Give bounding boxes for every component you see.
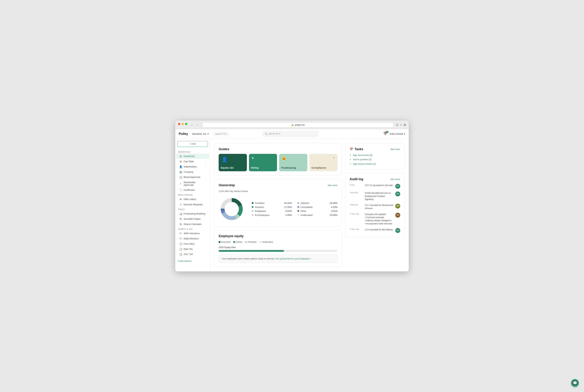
grid-icon[interactable]: ⊞ [404, 123, 406, 126]
sidebar-item-exercise-requests[interactable]: ↗ Exercise Requests [176, 202, 209, 207]
user-menu[interactable]: Eden Everett ▾ [390, 132, 405, 135]
guides-title: Guides [219, 148, 229, 151]
sidebar-item-dashboard[interactable]: ⊞ Dashboard [176, 154, 209, 159]
sidebar-item-stockholder-approvals[interactable]: ✓ Stockholder Approvals [176, 180, 209, 188]
invite-admins-link[interactable]: Invite Admins [175, 257, 210, 265]
board-approvals-icon: 📋 [179, 176, 182, 178]
add-button[interactable]: + Add [177, 141, 208, 147]
opt-32-link[interactable]: OPT-32 [365, 184, 372, 186]
equity-avatar-icon: 👤 [222, 157, 228, 162]
sidebar-item-cap-table[interactable]: ⊟ Cap Table › [176, 159, 209, 164]
task-add-portfolio[interactable]: Add to portfolio (3) [350, 158, 400, 161]
legend-other: Other 3.61% [298, 210, 338, 212]
sidebar-label-dashboard: Dashboard [184, 155, 195, 158]
address-bar[interactable]: 🔒 pulley.com [202, 122, 394, 128]
back-button[interactable]: ‹ [190, 122, 194, 127]
employee-equity-card: Employee equity Exercised Vested [214, 230, 342, 268]
notifications-button[interactable]: 📅 10 [383, 132, 387, 136]
compliance-expand-icon: ⤢ [333, 156, 335, 159]
task-add-portfolio-label: Add to portfolio (3) [353, 158, 372, 161]
task-sign-board-consent[interactable]: Sign board consent (3) [350, 162, 400, 165]
shares-calc-icon: % [179, 223, 182, 226]
guides-card: Guides 👤 Equity 101 ✦ Hiring [214, 143, 342, 176]
guide-hiring[interactable]: ✦ Hiring [249, 154, 277, 171]
maximize-dot[interactable] [185, 123, 187, 125]
legend-vested: Vested [233, 241, 242, 243]
page-content: Guides 👤 Equity 101 ✦ Hiring [210, 139, 409, 272]
sidebar-item-409a[interactable]: 🛡 409A Valuations [176, 231, 209, 236]
chat-button[interactable]: 💬 [571, 379, 579, 387]
other-dot [298, 210, 299, 212]
rule701-icon: 📋 [179, 248, 182, 250]
audit-entry-5: 2 days ago CS-6 recorded for Ben Bishop … [350, 228, 400, 233]
audit-log-title: Audit log [350, 177, 363, 181]
chevron-down-icon: ▾ [208, 132, 209, 135]
ownership-see-more[interactable]: See more [328, 184, 338, 186]
right-column: 📅 Tasks See more Sign documents (6) [345, 143, 404, 268]
search-bar[interactable]: 🔍 Search ⌘+K [262, 131, 318, 136]
sidebar-item-company[interactable]: 🏢 Company › [176, 169, 209, 174]
audit-time-4: 2 days ago [350, 213, 363, 215]
section-label-comply: COMPLY & TAX [175, 227, 210, 231]
ownership-legend: Founders 44.42% Advisors 25.48% [252, 202, 338, 216]
sidebar-item-securities-status[interactable]: % Securities Status [176, 216, 209, 222]
audit-log-see-more[interactable]: See more [390, 178, 400, 180]
sidebar-item-asc718[interactable]: 📋 ASC 718 [176, 252, 209, 257]
fundraising-icon: 📊 [179, 212, 182, 215]
sidebar-label-company: Company [184, 170, 194, 173]
sidebar-section-comply: COMPLY & TAX 🛡 409A Valuations 🛡 83(b) E… [175, 227, 210, 257]
guides-grid: 👤 Equity 101 ✦ Hiring 🐱 Fundraising [219, 154, 338, 171]
tasks-card: 📅 Tasks See more Sign documents (6) [345, 143, 404, 170]
sidebar-item-offer-letters[interactable]: ✉ Offer Letters [176, 197, 209, 202]
sidebar-item-shares-calculator[interactable]: % Shares Calculator [176, 222, 209, 227]
unallocated-dot [298, 214, 299, 216]
sidebar-label-stockholder-approvals: Stockholder Approvals [184, 181, 206, 186]
tasks-see-more[interactable]: See more [390, 148, 400, 150]
sidebar-item-certificates[interactable]: 📄 Certificates › [176, 188, 209, 193]
legend-ex-employees: Ex-Employees 1.00% [252, 214, 292, 216]
new-tab-icon[interactable]: ＋ [400, 123, 402, 127]
tasks-header: 📅 Tasks See more [350, 148, 400, 151]
83b-icon: 🛡 [179, 237, 182, 240]
investors-dot [252, 206, 254, 208]
sidebar-item-board-approvals[interactable]: 📋 Board Approvals [176, 174, 209, 180]
sidebar-item-rule701[interactable]: 📋 Rule 701 [176, 246, 209, 252]
employees-dot [252, 210, 254, 212]
vested-label: Vested [236, 241, 242, 243]
section-label-tools: TOOLS [175, 207, 210, 211]
window-controls [178, 123, 187, 125]
share-icon[interactable]: ⎙ [396, 123, 398, 126]
task-sign-documents[interactable]: Sign documents (6) [350, 154, 400, 156]
sidebar-item-form3921[interactable]: 📋 Form 3921 [176, 241, 209, 246]
sidebar-section-hire: HIRE & RETAIN ✉ Offer Letters ↗ Exercise… [175, 193, 210, 207]
user-name: Eden Everett [390, 132, 403, 135]
company-selector[interactable]: Nectarine, Inc. ▾ [191, 132, 210, 136]
company-icon: 🏢 [179, 170, 182, 173]
sidebar-item-83b[interactable]: 🛡 83(b) Elections [176, 236, 209, 241]
ownership-header: Ownership See more [219, 184, 338, 187]
cs-7-link[interactable]: CS-7 [365, 204, 370, 206]
exercise-notice: Your employees have vested options ready… [219, 254, 338, 263]
sidebar-item-fundraising-modeling[interactable]: 📊 Fundraising Modeling [176, 211, 209, 216]
close-dot[interactable] [178, 123, 180, 125]
forward-button[interactable]: › [195, 122, 200, 127]
sidebar-section-essentials: ESSENTIALS ⊞ Dashboard ⊟ Cap Table › 👤 S… [175, 150, 210, 193]
audit-avatar-1: FO [395, 184, 400, 189]
chevron-right-icon: › [206, 171, 206, 173]
donut-svg [219, 196, 245, 222]
guide-equity-101[interactable]: 👤 Equity 101 [219, 154, 247, 171]
minimize-dot[interactable] [182, 123, 184, 125]
sidebar-label-board-approvals: Board Approvals [184, 176, 200, 178]
upgrade-plan-button[interactable]: Upgrade Plan [213, 132, 229, 136]
ex-employees-dot [252, 214, 254, 216]
chevron-right-icon: › [206, 160, 206, 162]
user-chevron-icon: ▾ [404, 132, 405, 135]
exercise-link[interactable]: Set up Exercise for your employees → [276, 258, 312, 260]
cs-6-link[interactable]: CS-6 [365, 228, 370, 231]
sidebar-item-stakeholders[interactable]: 👤 Stakeholders › [176, 164, 209, 169]
section-label-hire: HIRE & RETAIN [175, 193, 210, 197]
task-sign-board-consent-label: Sign board consent (3) [353, 162, 376, 165]
guide-fundraising[interactable]: 🐱 Fundraising [279, 154, 307, 171]
progress-bar-outer [219, 250, 338, 252]
guide-compliance[interactable]: ⤢ Compliance [310, 154, 338, 171]
